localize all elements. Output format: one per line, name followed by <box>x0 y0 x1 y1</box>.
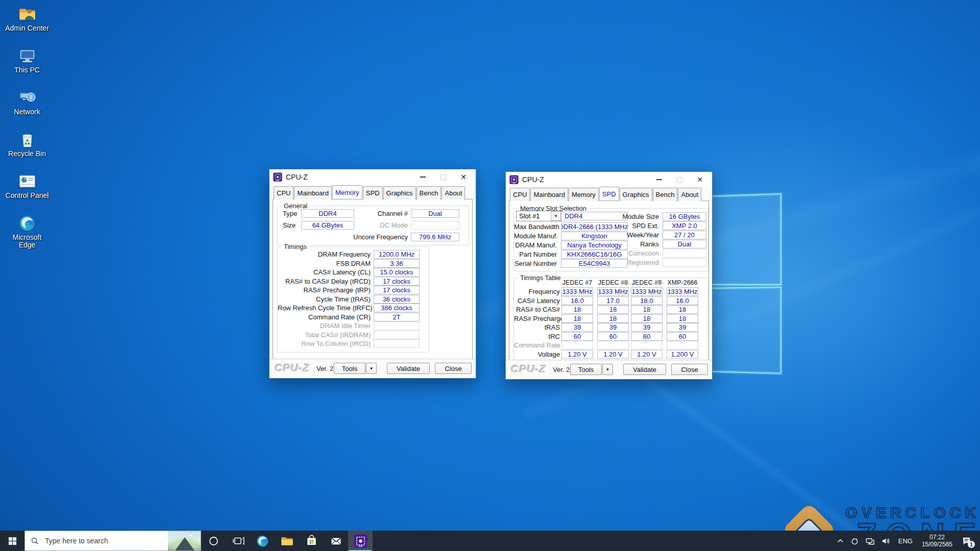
clock-date: 15/09/2565 <box>922 541 952 548</box>
total-cas-trdram-field <box>374 331 420 339</box>
close-icon[interactable]: ✕ <box>690 172 710 187</box>
ras-to-cas-delay-trcd-label: RAS# to CAS# Delay (tRCD) <box>278 277 371 286</box>
dram-frequency-label: DRAM Frequency <box>278 250 371 259</box>
tab-graphics[interactable]: Graphics <box>383 186 416 199</box>
titlebar[interactable]: CPU-Z ✕ <box>270 169 476 185</box>
tab-graphics[interactable]: Graphics <box>620 188 652 201</box>
clock-time: 07:22 <box>922 534 952 541</box>
desktop-icon-control-panel[interactable]: Control Panel <box>3 171 51 213</box>
tab-memory[interactable]: Memory <box>332 185 362 198</box>
tools-button[interactable]: Tools <box>570 364 602 375</box>
cas-latency-jedec-7-cell: 16.0 <box>561 296 593 305</box>
tab-bench[interactable]: Bench <box>653 188 678 201</box>
volume-icon[interactable] <box>879 531 893 551</box>
row-refresh-cycle-time-trfc-label: Row Refresh Cycle Time (tRFC) <box>278 304 371 312</box>
titlebar[interactable]: CPU-Z ✕ <box>506 172 712 187</box>
tab-cpu[interactable]: CPU <box>510 188 530 201</box>
field-row: DC Mode <box>278 221 469 230</box>
taskbar-file-explorer-button[interactable] <box>275 531 299 551</box>
field-row: RAS# Precharge (tRP)17 clocks <box>278 286 429 294</box>
frequency-jedec-8-cell: 1333 MHz <box>597 287 629 296</box>
desktop-icon-network[interactable]: Network <box>3 88 51 130</box>
field-row: Correction <box>514 249 708 258</box>
tools-dropdown-icon[interactable]: ▼ <box>602 364 613 375</box>
ras-precharge-label: RAS# Precharge <box>514 314 560 323</box>
tools-dropdown-icon[interactable]: ▼ <box>366 363 377 374</box>
desktop-icon-recycle-bin[interactable]: Recycle Bin <box>3 130 51 171</box>
correction-label: Correction <box>619 249 659 258</box>
table-row: Command Rate <box>514 341 708 349</box>
taskbar-mail-button[interactable] <box>324 531 348 551</box>
taskbar: ENG 07:22 15/09/2565 1 <box>0 531 980 551</box>
taskbar-cpu-z-button[interactable] <box>348 531 373 551</box>
network-icon[interactable] <box>863 531 877 551</box>
clock[interactable]: 07:22 15/09/2565 <box>918 534 956 548</box>
ras-to-cas-label: RAS# to CAS# <box>514 305 560 314</box>
command-rate-xmp-2666-cell <box>667 341 698 349</box>
command-rate-cr-field: 2T <box>374 313 420 321</box>
ras-precharge-trp-label: RAS# Precharge (tRP) <box>278 286 371 294</box>
language-indicator[interactable]: ENG <box>895 537 916 545</box>
tab-spd[interactable]: SPD <box>599 187 619 200</box>
desktop-icon-microsoft-edge[interactable]: Microsoft Edge <box>3 213 51 255</box>
tab-bench[interactable]: Bench <box>416 186 442 199</box>
field-row: DRAM Idle Timer <box>278 321 429 330</box>
tab-mainboard[interactable]: Mainboard <box>530 188 568 201</box>
table-row: tRC60606060 <box>514 332 708 341</box>
search-box[interactable] <box>24 531 201 551</box>
field-row: FSB:DRAM3:36 <box>278 259 429 268</box>
tras-label: tRAS <box>514 323 560 332</box>
taskbar-store-button[interactable] <box>299 531 324 551</box>
validate-button[interactable]: Validate <box>387 363 430 374</box>
module-size-field: 16 GBytes <box>663 212 706 221</box>
start-button[interactable] <box>0 531 24 551</box>
taskbar-edge-button[interactable] <box>250 531 275 551</box>
general-group: General TypeDDR4Size64 GBytesChannel #Du… <box>277 206 469 245</box>
tools-button[interactable]: Tools <box>334 363 365 374</box>
tray-app-icon[interactable] <box>848 531 861 551</box>
cpuz-app-icon <box>273 172 282 182</box>
minimize-button[interactable] <box>412 169 433 185</box>
trc-jedec-7-cell: 60 <box>561 332 593 341</box>
ras-precharge-trp-field: 17 clocks <box>374 286 420 294</box>
tab-memory[interactable]: Memory <box>569 188 599 201</box>
tray-chevron-up-icon[interactable] <box>835 531 846 551</box>
close-icon[interactable]: ✕ <box>453 169 474 185</box>
ras-precharge-jedec-8-cell: 18 <box>597 314 629 323</box>
cortana-icon <box>207 534 220 548</box>
table-row: tRAS39393939 <box>514 323 708 332</box>
search-highlight-image[interactable] <box>168 531 201 550</box>
ras-precharge-jedec-7-cell: 18 <box>561 314 593 323</box>
minimize-button[interactable] <box>649 172 669 187</box>
voltage-jedec-9-cell: 1.20 V <box>631 350 663 359</box>
cas-latency-jedec-9-cell: 18.0 <box>631 296 663 305</box>
close-button[interactable]: Close <box>671 364 708 375</box>
field-row: DRAM Frequency1200.0 MHz <box>278 250 429 259</box>
taskbar-task-view-button[interactable] <box>226 531 250 551</box>
edge-icon <box>18 213 37 233</box>
validate-button[interactable]: Validate <box>623 364 666 375</box>
tab-spd[interactable]: SPD <box>363 186 383 199</box>
cpu-z-icon <box>354 534 368 548</box>
tab-bar: CPUMainboardMemorySPDGraphicsBenchAbout <box>274 186 465 199</box>
desktop-icon-this-pc[interactable]: This PC <box>3 46 51 88</box>
close-button[interactable]: Close <box>435 363 472 374</box>
voltage-xmp-2666-cell: 1.200 V <box>667 350 698 359</box>
command-rate-label: Command Rate <box>514 341 560 349</box>
tab-about[interactable]: About <box>678 188 701 201</box>
search-input[interactable] <box>44 536 168 545</box>
table-row: Voltage1.20 V1.20 V1.20 V1.200 V <box>514 350 708 359</box>
week-year-field: 27 / 20 <box>663 231 706 239</box>
notification-center-icon[interactable]: 1 <box>958 531 977 551</box>
desktop-icon-admin-center[interactable]: Admin Center <box>3 4 51 46</box>
computer-icon <box>18 46 37 65</box>
ras-precharge-jedec-9-cell: 18 <box>631 314 663 323</box>
file-explorer-icon <box>280 534 294 548</box>
dc-mode-field <box>411 221 459 230</box>
tab-mainboard[interactable]: Mainboard <box>294 186 331 199</box>
tab-cpu[interactable]: CPU <box>274 186 293 199</box>
tab-about[interactable]: About <box>442 186 465 199</box>
general-group-label: General <box>282 202 309 210</box>
taskbar-cortana-button[interactable] <box>201 531 226 551</box>
command-rate-jedec-8-cell <box>597 341 629 349</box>
